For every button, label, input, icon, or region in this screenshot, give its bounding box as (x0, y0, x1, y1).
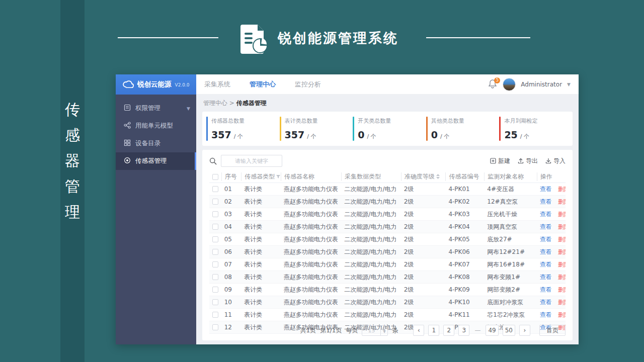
delete-link[interactable]: 删除 (558, 185, 566, 194)
row-checkbox[interactable] (212, 211, 218, 217)
per-page-stepper[interactable]: ▲▼ (380, 326, 387, 335)
export-button[interactable]: 导出 (518, 157, 538, 165)
create-button[interactable]: 新建 (490, 157, 510, 165)
prev-page-button[interactable]: ‹ (413, 325, 424, 336)
cell-no: 11 (221, 311, 241, 318)
view-link[interactable]: 查看 (540, 248, 552, 256)
cell-text: 表计类 (244, 223, 262, 231)
delete-link[interactable]: 删除 (558, 273, 566, 282)
cell-type: 表计类 (241, 248, 281, 256)
cell-text: 二次能源/电力/电力 (344, 286, 396, 294)
cell-text: 燕赵多功能电力仪表 (284, 248, 338, 256)
delete-link[interactable]: 删除 (558, 210, 566, 219)
view-link[interactable]: 查看 (540, 210, 552, 219)
view-link[interactable]: 查看 (540, 260, 552, 269)
delete-link[interactable]: 删除 (558, 260, 566, 269)
top-nav: 采集系统管理中心监控分析 (204, 80, 321, 89)
table-row: 04表计类燕赵多功能电力仪表二次能源/电力/电力2级4-PK04顶网真空泵查看删… (209, 221, 566, 233)
delete-link[interactable]: 删除 (558, 198, 566, 206)
delete-link[interactable]: 删除 (558, 311, 566, 319)
app-logo-name: 锐创云能源 (137, 80, 172, 89)
cell-text: 表计类 (244, 286, 262, 294)
sidebar-item-energy-unit-model[interactable]: 用能单元模型 (116, 117, 196, 135)
row-checkbox[interactable] (212, 287, 218, 293)
filter-funnel-icon[interactable] (276, 173, 280, 180)
page-number-button[interactable]: 2 (443, 325, 454, 336)
cell-accuracy: 2级 (401, 198, 446, 206)
sort-carets-icon[interactable] (436, 173, 440, 180)
sidebar-item-sensor-management[interactable]: 传感器管理 (116, 152, 196, 170)
row-checkbox[interactable] (212, 249, 218, 255)
view-link[interactable]: 查看 (540, 311, 552, 319)
top-nav-monitoring[interactable]: 监控分析 (295, 80, 321, 89)
table-row: 09表计类燕赵多功能电力仪表二次能源/电力/电力2级4-PK09网部变频2#查看… (209, 284, 566, 296)
cell-name: 燕赵多功能电力仪表 (281, 298, 341, 307)
user-menu-chevron-down-icon[interactable]: ▼ (567, 82, 571, 87)
delete-link[interactable]: 删除 (558, 298, 566, 307)
top-nav-collection[interactable]: 采集系统 (204, 80, 230, 89)
row-checkbox[interactable] (212, 274, 218, 280)
arrow-up-export-icon (518, 158, 524, 164)
sidebar-item-device-catalog[interactable]: 设备目录 (116, 135, 196, 152)
row-checkbox[interactable] (212, 299, 218, 305)
view-link[interactable]: 查看 (540, 286, 552, 294)
cell-accuracy: 2级 (401, 273, 446, 282)
cell-type: 表计类 (241, 223, 281, 231)
import-button[interactable]: 导入 (545, 157, 566, 165)
column-header-label[interactable]: 采集数据类型 (345, 172, 381, 181)
cell-text: 表计类 (244, 298, 262, 307)
column-header-label[interactable]: 准确度等级 (405, 172, 435, 181)
cell-text: 4-PK01 (448, 186, 469, 193)
chevron-down-icon: ▼ (187, 106, 190, 111)
cell-text: 2级 (404, 248, 414, 256)
cell-text: 4-PK09 (448, 286, 469, 293)
avatar[interactable] (503, 78, 516, 91)
sidebar-item-permission[interactable]: 权限管理▼ (116, 100, 196, 117)
select-all-checkbox[interactable] (212, 174, 218, 180)
row-checkbox[interactable] (212, 236, 218, 242)
row-checkbox[interactable] (212, 186, 218, 192)
delete-link[interactable]: 删除 (558, 223, 566, 231)
cell-text: 4-PK07 (448, 261, 469, 268)
row-checkbox[interactable] (212, 261, 218, 267)
view-link[interactable]: 查看 (540, 235, 552, 244)
page-number-button[interactable]: 3 (458, 325, 469, 336)
column-header-label[interactable]: 操作 (540, 172, 552, 181)
delete-link[interactable]: 删除 (558, 248, 566, 256)
app-logo[interactable]: 锐创云能源 V2.0.0 (116, 74, 196, 95)
first-page-button[interactable]: 首页 (539, 325, 566, 336)
cell-no: 06 (221, 248, 241, 255)
row-checkbox[interactable] (212, 199, 218, 205)
breadcrumb-parent[interactable]: 管理中心 (203, 100, 227, 107)
search-icon[interactable] (209, 157, 217, 165)
top-nav-management[interactable]: 管理中心 (250, 80, 276, 89)
page-number-button[interactable]: 1 (428, 325, 439, 336)
notification-bell-icon[interactable]: 5 (489, 79, 498, 89)
next-page-button[interactable]: › (519, 325, 530, 336)
cell-data_type: 二次能源/电力/电力 (341, 248, 400, 256)
page-number-button[interactable]: 49 (486, 325, 498, 336)
row-checkbox[interactable] (212, 224, 218, 230)
cell-text: 表计类 (244, 198, 262, 206)
row-checkbox[interactable] (212, 312, 218, 318)
cell-text: 网部变频2# (487, 286, 520, 294)
delete-link[interactable]: 删除 (558, 235, 566, 244)
per-page-select[interactable]: 15 ▲▼ (362, 325, 388, 336)
search-input[interactable] (221, 155, 282, 167)
view-link[interactable]: 查看 (540, 198, 552, 206)
stat-unit: / 个 (307, 133, 316, 140)
column-header-label[interactable]: 传感器编号 (449, 172, 479, 181)
column-header-label[interactable]: 序号 (225, 172, 237, 181)
stat-unit: / 个 (367, 133, 376, 140)
view-link[interactable]: 查看 (540, 298, 552, 307)
cell-name: 燕赵多功能电力仪表 (281, 223, 341, 231)
column-header-label[interactable]: 传感器名称 (284, 172, 314, 181)
column-header-label[interactable]: 监测对象名称 (488, 172, 524, 181)
view-link[interactable]: 查看 (540, 273, 552, 282)
column-header-label[interactable]: 传感器类型 (245, 172, 275, 181)
page-number-button[interactable]: 50 (503, 325, 515, 336)
view-link[interactable]: 查看 (540, 185, 552, 194)
table-toolbar: 新建 导出 (209, 154, 566, 167)
delete-link[interactable]: 删除 (558, 286, 566, 294)
view-link[interactable]: 查看 (540, 223, 552, 231)
